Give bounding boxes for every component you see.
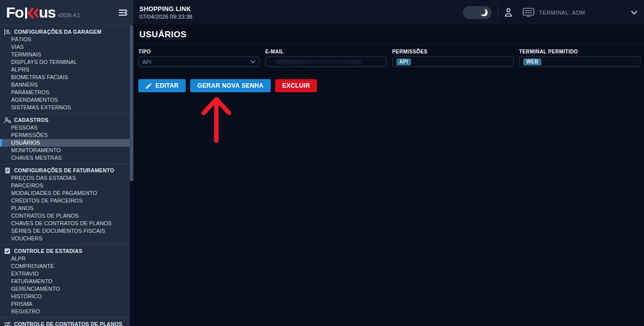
terminal-selector[interactable]: TERMINAL: ADM xyxy=(522,7,585,18)
sidebar-item-series-de-documentos-fiscais[interactable]: SÉRIES DE DOCUMENTOS FISCAIS xyxy=(0,227,130,235)
section-header-controle-de-estadias[interactable]: CONTROLE DE ESTADIAS xyxy=(0,247,130,255)
e-mail-input[interactable] xyxy=(265,56,386,67)
redacted-text-blur xyxy=(276,59,362,64)
sidebar-item-alprs[interactable]: ALPRS xyxy=(0,66,130,74)
sidebar: Fo us v2026.4.1 CONFIGURAÇÕES DA GARAGEM… xyxy=(0,0,133,326)
sidebar-header: Fo us v2026.4.1 xyxy=(0,0,133,25)
terminal-permitido-tag: WEB xyxy=(523,58,541,66)
sidebar-item-creditos-de-parceiros[interactable]: CRÉDITOS DE PARCEIROS xyxy=(0,197,130,205)
sidebar-item-pessoas[interactable]: PESSOAS xyxy=(0,124,130,132)
logo-text-pre: Fo xyxy=(6,6,24,20)
invoice-icon xyxy=(4,167,11,174)
sidebar-item-usuarios[interactable]: USUÁRIOS xyxy=(0,139,130,147)
sidebar-item-sistemas-externos[interactable]: SISTEMAS EXTERNOS xyxy=(0,104,130,111)
selected-value: API xyxy=(142,59,151,65)
collapse-menu-icon[interactable] xyxy=(117,7,128,18)
section-header-controle-de-contratos-de-planos[interactable]: CONTROLE DE CONTRATOS DE PLANOS xyxy=(0,320,130,326)
user-form: TIPOAPIE-MAILPERMISSÕESAPITERMINAL PERMI… xyxy=(133,45,644,67)
sidebar-item-chaves-de-contratos-de-planos[interactable]: CHAVES DE CONTRATOS DE PLANOS xyxy=(0,220,130,227)
gerar-nova-senha-button[interactable]: GERAR NOVA SENHA xyxy=(190,79,271,92)
excluir-button[interactable]: EXCLUIR xyxy=(275,79,317,92)
field-terminal-permitido: TERMINAL PERMITIDOWEB xyxy=(519,49,640,67)
sidebar-section-configuracoes-de-faturamento: CONFIGURAÇÕES DE FATURAMENTOPREÇOS DAS E… xyxy=(0,164,130,245)
garage-icon xyxy=(4,29,11,35)
chevron-down-icon[interactable] xyxy=(630,10,638,15)
editar-button[interactable]: EDITAR xyxy=(138,79,186,92)
sidebar-item-terminais[interactable]: TERMINAIS xyxy=(0,51,130,58)
tipo-label: TIPO xyxy=(138,49,260,54)
sidebar-item-extravio[interactable]: EXTRAVIO xyxy=(0,270,130,278)
section-label: CONFIGURAÇÕES DA GARAGEM xyxy=(14,29,102,35)
button-label: GERAR NOVA SENHA xyxy=(197,82,264,89)
section-label: CONFIGURAÇÕES DE FATURAMENTO xyxy=(14,167,114,173)
sidebar-item-vias[interactable]: VIAS xyxy=(0,43,130,51)
pencil-icon xyxy=(145,83,152,89)
sidebar-item-banners[interactable]: BANNERS xyxy=(0,81,130,89)
permissoes-label: PERMISSÕES xyxy=(392,49,514,54)
sidebar-item-alpr[interactable]: ALPR xyxy=(0,255,130,263)
annotation-arrow-up xyxy=(200,96,232,148)
sidebar-item-vouchers[interactable]: VOUCHERS xyxy=(0,235,130,242)
section-label: CONTROLE DE CONTRATOS DE PLANOS xyxy=(14,321,122,326)
sidebar-item-chaves-mestras[interactable]: CHAVES MESTRAS xyxy=(0,154,130,162)
sidebar-item-parceiros[interactable]: PARCEIROS xyxy=(0,182,130,189)
chevron-down-icon xyxy=(250,60,256,63)
topbar-context: SHOPPING LINK 07/04/2026 09:33:38 xyxy=(133,6,463,20)
sidebar-item-planos[interactable]: PLANOS xyxy=(0,205,130,212)
sidebar-item-comprovante[interactable]: COMPROVANTE xyxy=(0,263,130,270)
main-content: USUÁRIOS TIPOAPIE-MAILPERMISSÕESAPITERMI… xyxy=(133,25,644,326)
section-header-cadastros[interactable]: CADASTROS xyxy=(0,116,130,124)
section-label: CONTROLE DE ESTADIAS xyxy=(14,248,83,254)
dark-mode-toggle[interactable] xyxy=(463,6,492,19)
terminal-label: TERMINAL: ADM xyxy=(539,10,585,16)
sidebar-item-permissoes[interactable]: PERMISSÕES xyxy=(0,132,130,139)
page-title: USUÁRIOS xyxy=(139,30,187,40)
datetime-label: 07/04/2026 09:33:38 xyxy=(139,14,463,20)
button-label: EDITAR xyxy=(155,82,179,89)
sidebar-item-precos-das-estadias[interactable]: PREÇOS DAS ESTADIAS xyxy=(0,174,130,182)
sidebar-item-faturamento[interactable]: FATURAMENTO xyxy=(0,278,130,285)
field-tipo: TIPOAPI xyxy=(138,49,260,67)
section-header-configuracoes-de-faturamento[interactable]: CONFIGURAÇÕES DE FATURAMENTO xyxy=(0,166,130,174)
sidebar-item-prisma[interactable]: PRISMA xyxy=(0,300,130,308)
checkbox-icon xyxy=(4,248,11,254)
sidebar-nav: CONFIGURAÇÕES DA GARAGEMPÁTIOSVIASTERMIN… xyxy=(0,26,130,326)
user-icon[interactable] xyxy=(504,7,513,18)
version-label: v2026.4.1 xyxy=(58,13,80,18)
topbar-actions: TERMINAL: ADM xyxy=(463,4,644,21)
section-label: CADASTROS xyxy=(14,117,48,123)
sidebar-section-controle-de-contratos-de-planos: CONTROLE DE CONTRATOS DE PLANOS xyxy=(0,318,130,326)
sidebar-item-contratos-de-planos[interactable]: CONTRATOS DE PLANOS xyxy=(0,212,130,220)
permissoes-tag: API xyxy=(396,58,412,66)
tipo-select[interactable]: API xyxy=(138,56,260,67)
section-header-configuracoes-da-garagem[interactable]: CONFIGURAÇÕES DA GARAGEM xyxy=(0,28,130,36)
terminal-permitido-label: TERMINAL PERMITIDO xyxy=(519,49,640,54)
brand-logo: Fo us v2026.4.1 xyxy=(6,6,117,20)
site-title: SHOPPING LINK xyxy=(139,6,463,13)
moon-icon xyxy=(478,8,489,18)
sidebar-scrollbar-track[interactable] xyxy=(130,26,133,326)
field-e-mail: E-MAIL xyxy=(265,49,386,67)
sidebar-item-patios[interactable]: PÁTIOS xyxy=(0,36,130,43)
sidebar-item-gerenciamento[interactable]: GERENCIAMENTO xyxy=(0,285,130,293)
logo-k-stem xyxy=(25,8,28,19)
sidebar-section-configuracoes-da-garagem: CONFIGURAÇÕES DA GARAGEMPÁTIOSVIASTERMIN… xyxy=(0,26,130,114)
sidebar-section-controle-de-estadias: CONTROLE DE ESTADIASALPRCOMPROVANTEEXTRA… xyxy=(0,245,130,318)
sliders-icon xyxy=(4,321,11,326)
terminal-permitido-tags-input[interactable]: WEB xyxy=(519,56,640,67)
sidebar-item-modalidades-de-pagamento[interactable]: MODALIDADES DE PAGAMENTO xyxy=(0,189,130,197)
sidebar-scrollbar-thumb[interactable] xyxy=(130,26,133,181)
app-root: Fo us v2026.4.1 CONFIGURAÇÕES DA GARAGEM… xyxy=(0,0,644,326)
sidebar-item-historico[interactable]: HISTÓRICO xyxy=(0,293,130,300)
sidebar-item-parametros[interactable]: PARÂMETROS xyxy=(0,89,130,96)
logo-k-accent-icon xyxy=(28,8,39,19)
action-buttons: EDITARGERAR NOVA SENHAEXCLUIR xyxy=(133,67,644,92)
field-permissoes: PERMISSÕESAPI xyxy=(392,49,514,67)
sidebar-item-displays-do-terminal[interactable]: DISPLAYS DO TERMINAL xyxy=(0,58,130,66)
sidebar-item-biometrias-faciais[interactable]: BIOMETRIAS FACIAIS xyxy=(0,74,130,81)
terminal-icon xyxy=(522,7,535,18)
sidebar-item-agendamentos[interactable]: AGENDAMENTOS xyxy=(0,96,130,104)
sidebar-item-registro[interactable]: REGISTRO xyxy=(0,308,130,315)
sidebar-item-monitoramento[interactable]: MONITORAMENTO xyxy=(0,147,130,154)
permissoes-tags-input[interactable]: API xyxy=(392,56,514,67)
